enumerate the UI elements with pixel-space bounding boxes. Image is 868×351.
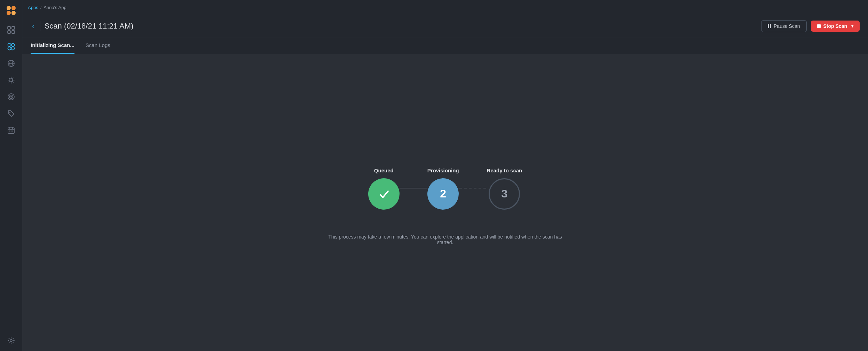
sidebar-item-apps[interactable]: [4, 40, 18, 54]
stop-chevron-icon: ▾: [851, 24, 853, 29]
svg-rect-5: [12, 26, 15, 29]
svg-point-27: [9, 112, 10, 113]
svg-point-26: [10, 96, 12, 98]
sidebar-item-calendar[interactable]: [4, 123, 18, 137]
step-ready: Ready to scan 3: [487, 167, 522, 210]
tab-initializing[interactable]: Initializing Scan...: [31, 37, 74, 54]
svg-point-0: [7, 6, 11, 10]
info-text: This process may take a few minutes. You…: [323, 234, 567, 245]
logo-icon: [6, 5, 17, 16]
sidebar-item-grid[interactable]: [4, 23, 18, 37]
svg-point-3: [11, 11, 16, 15]
pause-bar-1: [768, 24, 769, 28]
stop-scan-button[interactable]: Stop Scan ▾: [811, 21, 860, 32]
pause-bar-2: [770, 24, 771, 28]
checkmark-icon: [377, 187, 391, 201]
page-header: ‹ Scan (02/18/21 11:21 AM) Pause Scan St…: [22, 15, 868, 37]
main-content: Apps / Anna's App ‹ Scan (02/18/21 11:21…: [22, 0, 868, 351]
step-ready-number: 3: [502, 187, 508, 200]
connector-solid: [400, 188, 427, 188]
back-button[interactable]: ‹: [31, 21, 36, 31]
sidebar-item-bio[interactable]: [4, 73, 18, 87]
breadcrumb-separator: /: [40, 5, 42, 10]
step-queued: Queued: [368, 167, 400, 210]
header-actions: Pause Scan Stop Scan ▾: [761, 20, 860, 32]
svg-rect-6: [8, 31, 10, 33]
svg-rect-34: [12, 131, 13, 132]
svg-rect-33: [10, 131, 11, 132]
svg-point-11: [11, 47, 14, 50]
step-provisioning-label: Provisioning: [427, 167, 459, 173]
svg-point-1: [11, 6, 16, 10]
step-ready-circle: 3: [489, 178, 520, 210]
breadcrumb: Apps / Anna's App: [28, 5, 66, 10]
svg-line-23: [9, 81, 10, 83]
dashed-line: [459, 188, 487, 188]
svg-point-9: [11, 44, 14, 47]
step-queued-circle: [368, 178, 400, 210]
sidebar-item-globe[interactable]: [4, 56, 18, 70]
breadcrumb-app-name: Anna's App: [44, 5, 66, 10]
stop-icon: [817, 24, 821, 28]
sidebar: [0, 0, 22, 351]
title-divider: [40, 21, 40, 31]
step-provisioning-number: 2: [440, 187, 446, 200]
svg-point-8: [8, 44, 11, 47]
tabs: Initializing Scan... Scan Logs: [22, 37, 868, 54]
tab-scan-logs[interactable]: Scan Logs: [86, 37, 110, 54]
topbar: Apps / Anna's App: [22, 0, 868, 15]
sidebar-item-target[interactable]: [4, 90, 18, 104]
sidebar-item-settings[interactable]: [4, 334, 18, 348]
step-provisioning: Provisioning 2: [427, 167, 459, 210]
svg-line-22: [12, 78, 13, 79]
page-title-group: ‹ Scan (02/18/21 11:21 AM): [31, 21, 133, 31]
step-provisioning-circle: 2: [427, 178, 459, 210]
svg-rect-32: [9, 131, 10, 132]
svg-point-2: [7, 11, 11, 15]
pause-scan-button[interactable]: Pause Scan: [761, 20, 807, 32]
sidebar-logo: [4, 3, 18, 17]
solid-line: [400, 188, 427, 188]
steps-container: Queued Provisioning 2: [368, 167, 522, 210]
stop-button-label: Stop Scan: [823, 23, 847, 29]
page-title: Scan (02/18/21 11:21 AM): [45, 22, 134, 31]
step-ready-label: Ready to scan: [487, 167, 522, 173]
svg-point-35: [10, 340, 12, 342]
pause-button-label: Pause Scan: [774, 23, 800, 29]
step-queued-label: Queued: [374, 167, 394, 173]
svg-line-20: [9, 78, 10, 79]
svg-rect-4: [8, 26, 10, 29]
content-area: Queued Provisioning 2: [22, 54, 868, 351]
pause-icon: [768, 24, 771, 28]
svg-line-21: [12, 81, 13, 83]
svg-point-15: [10, 79, 13, 81]
breadcrumb-apps-link[interactable]: Apps: [28, 5, 38, 10]
svg-point-10: [8, 47, 11, 50]
connector-dashed: [459, 188, 487, 188]
svg-rect-7: [12, 31, 15, 33]
sidebar-item-tag[interactable]: [4, 107, 18, 120]
